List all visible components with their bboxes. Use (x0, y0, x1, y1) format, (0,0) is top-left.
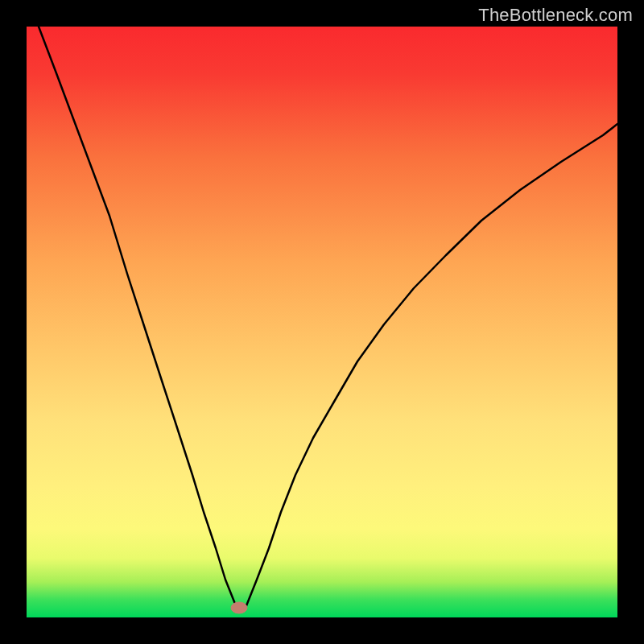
bottleneck-marker (231, 602, 247, 613)
bottleneck-curve (39, 27, 617, 608)
watermark-label: TheBottleneck.com (478, 5, 633, 26)
chart-frame: TheBottleneck.com (0, 0, 644, 644)
plot-area (27, 27, 617, 617)
chart-svg (27, 27, 617, 617)
